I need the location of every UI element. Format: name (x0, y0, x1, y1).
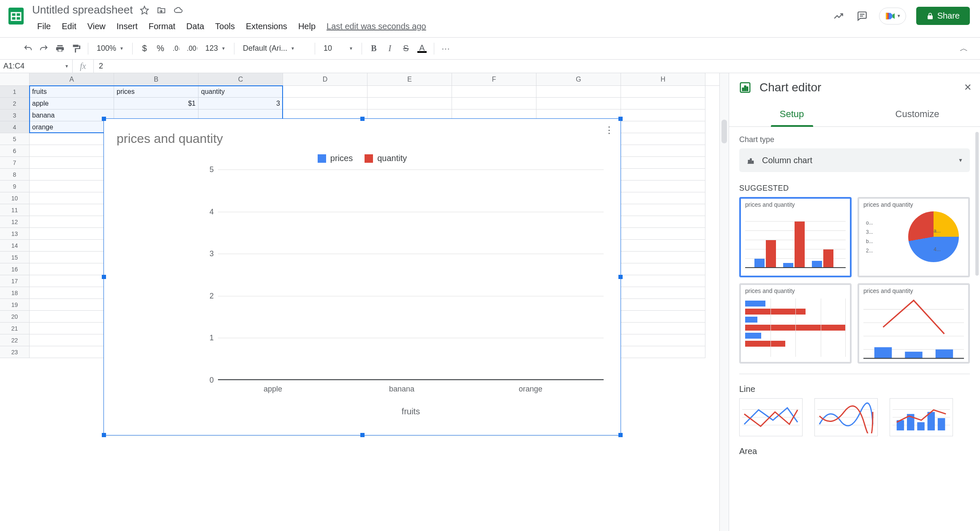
row-header-1[interactable]: 1 (0, 86, 30, 98)
row-header-20[interactable]: 20 (0, 311, 30, 323)
chart-type-select[interactable]: Column chart ▼ (739, 148, 970, 172)
chart-resize-handle[interactable] (618, 275, 623, 279)
cell-A10[interactable] (30, 192, 114, 204)
chart-resize-handle[interactable] (102, 117, 106, 121)
cell-A13[interactable] (30, 228, 114, 240)
cloud-icon[interactable] (173, 5, 183, 15)
cell-A16[interactable] (30, 263, 114, 275)
cell-A19[interactable] (30, 299, 114, 311)
cell-H22[interactable] (621, 334, 705, 346)
cell-E1[interactable] (368, 86, 452, 98)
cell-H23[interactable] (621, 346, 705, 358)
vertical-scrollbar[interactable] (719, 73, 729, 531)
cell-A23[interactable] (30, 346, 114, 358)
cell-A9[interactable] (30, 181, 114, 192)
row-header-18[interactable]: 18 (0, 287, 30, 299)
row-header-19[interactable]: 19 (0, 299, 30, 311)
col-header-C[interactable]: C (199, 73, 283, 85)
undo-button[interactable] (20, 41, 35, 56)
name-box-input[interactable] (0, 62, 55, 71)
suggested-pie-chart[interactable]: prices and quantity o... 3... b... 2... … (858, 197, 970, 277)
row-header-3[interactable]: 3 (0, 109, 30, 121)
cell-H1[interactable] (621, 86, 705, 98)
cell-A11[interactable] (30, 204, 114, 216)
cell-A6[interactable] (30, 145, 114, 157)
cell-A21[interactable] (30, 323, 114, 334)
menu-data[interactable]: Data (181, 19, 209, 34)
cell-H16[interactable] (621, 263, 705, 275)
col-header-G[interactable]: G (536, 73, 621, 85)
cell-H7[interactable] (621, 157, 705, 169)
cell-A7[interactable] (30, 157, 114, 169)
cell-A18[interactable] (30, 287, 114, 299)
row-header-11[interactable]: 11 (0, 204, 30, 216)
number-format-select[interactable]: 123▼ (201, 41, 230, 56)
sheets-logo[interactable] (5, 5, 27, 27)
cell-H5[interactable] (621, 133, 705, 145)
chart-more-icon[interactable]: ⋮ (604, 125, 614, 136)
cell-H15[interactable] (621, 252, 705, 263)
line-chart-option-1[interactable] (739, 398, 803, 436)
cell-A17[interactable] (30, 275, 114, 287)
cell-H18[interactable] (621, 287, 705, 299)
share-button[interactable]: Share (916, 7, 970, 25)
cell-H14[interactable] (621, 240, 705, 252)
row-header-13[interactable]: 13 (0, 228, 30, 240)
chart-resize-handle[interactable] (618, 117, 623, 121)
cell-A14[interactable] (30, 240, 114, 252)
menu-extensions[interactable]: Extensions (241, 19, 292, 34)
row-header-12[interactable]: 12 (0, 216, 30, 228)
close-icon[interactable]: ✕ (964, 82, 972, 93)
row-header-2[interactable]: 2 (0, 98, 30, 109)
row-header-8[interactable]: 8 (0, 169, 30, 181)
col-header-B[interactable]: B (114, 73, 199, 85)
paint-format-button[interactable] (68, 41, 84, 56)
formula-bar[interactable]: 2 (94, 60, 980, 73)
line-chart-option-3[interactable] (890, 398, 953, 436)
panel-scroll-thumb[interactable] (975, 132, 979, 276)
print-button[interactable] (52, 41, 68, 56)
cell-F2[interactable] (452, 98, 536, 109)
cell-H3[interactable] (621, 109, 705, 121)
cell-H12[interactable] (621, 216, 705, 228)
suggested-column-chart[interactable]: prices and quantity (739, 197, 852, 277)
comments-icon[interactable] (855, 9, 869, 23)
menu-format[interactable]: Format (144, 19, 180, 34)
cell-H4[interactable] (621, 121, 705, 133)
activity-icon[interactable] (832, 9, 845, 23)
cell-H17[interactable] (621, 275, 705, 287)
scroll-thumb[interactable] (721, 120, 727, 143)
cell-A15[interactable] (30, 252, 114, 263)
cell-H20[interactable] (621, 311, 705, 323)
row-header-5[interactable]: 5 (0, 133, 30, 145)
row-header-22[interactable]: 22 (0, 334, 30, 346)
row-header-9[interactable]: 9 (0, 181, 30, 192)
cell-A12[interactable] (30, 216, 114, 228)
cell-H10[interactable] (621, 192, 705, 204)
tab-customize[interactable]: Customize (855, 102, 980, 126)
row-header-6[interactable]: 6 (0, 145, 30, 157)
increase-decimal-button[interactable]: .00↑ (185, 41, 200, 56)
name-box[interactable]: ▼ (0, 60, 73, 73)
col-header-F[interactable]: F (452, 73, 536, 85)
font-select[interactable]: Default (Ari...▼ (239, 41, 310, 56)
cell-A5[interactable] (30, 133, 114, 145)
cell-A20[interactable] (30, 311, 114, 323)
row-header-4[interactable]: 4 (0, 121, 30, 133)
cell-C2[interactable]: 3 (199, 98, 283, 109)
row-header-21[interactable]: 21 (0, 323, 30, 334)
move-icon[interactable] (156, 5, 166, 15)
cell-H21[interactable] (621, 323, 705, 334)
cell-G1[interactable] (536, 86, 621, 98)
row-header-17[interactable]: 17 (0, 275, 30, 287)
cell-B2[interactable]: $1 (114, 98, 199, 109)
menu-help[interactable]: Help (293, 19, 321, 34)
textcolor-button[interactable]: A (414, 41, 430, 56)
menu-view[interactable]: View (82, 19, 111, 34)
italic-button[interactable]: I (382, 41, 397, 56)
cell-D2[interactable] (283, 98, 368, 109)
collapse-toolbar-button[interactable]: ︿ (960, 43, 968, 54)
cell-F1[interactable] (452, 86, 536, 98)
cell-B1[interactable]: prices (114, 86, 199, 98)
cell-A1[interactable]: fruits (30, 86, 114, 98)
